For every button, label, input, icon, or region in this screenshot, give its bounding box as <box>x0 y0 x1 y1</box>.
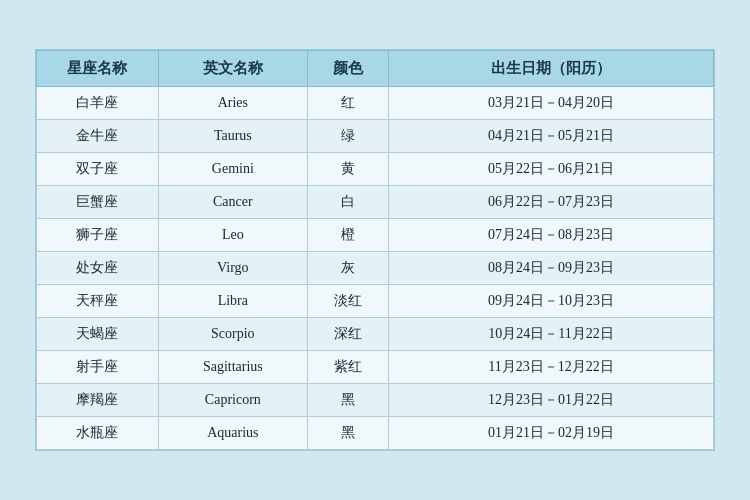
cell-color: 黑 <box>307 384 388 417</box>
cell-chinese: 狮子座 <box>37 219 159 252</box>
cell-date: 03月21日－04月20日 <box>389 87 714 120</box>
table-row: 水瓶座Aquarius黑01月21日－02月19日 <box>37 417 714 450</box>
cell-english: Virgo <box>158 252 307 285</box>
cell-date: 01月21日－02月19日 <box>389 417 714 450</box>
cell-chinese: 水瓶座 <box>37 417 159 450</box>
cell-english: Scorpio <box>158 318 307 351</box>
cell-color: 黄 <box>307 153 388 186</box>
table-row: 巨蟹座Cancer白06月22日－07月23日 <box>37 186 714 219</box>
cell-chinese: 天秤座 <box>37 285 159 318</box>
cell-english: Aries <box>158 87 307 120</box>
header-chinese: 星座名称 <box>37 51 159 87</box>
table-row: 天秤座Libra淡红09月24日－10月23日 <box>37 285 714 318</box>
cell-english: Cancer <box>158 186 307 219</box>
cell-date: 06月22日－07月23日 <box>389 186 714 219</box>
cell-english: Aquarius <box>158 417 307 450</box>
cell-color: 黑 <box>307 417 388 450</box>
cell-color: 橙 <box>307 219 388 252</box>
cell-color: 白 <box>307 186 388 219</box>
table-row: 处女座Virgo灰08月24日－09月23日 <box>37 252 714 285</box>
cell-date: 09月24日－10月23日 <box>389 285 714 318</box>
cell-date: 07月24日－08月23日 <box>389 219 714 252</box>
table-row: 金牛座Taurus绿04月21日－05月21日 <box>37 120 714 153</box>
cell-chinese: 白羊座 <box>37 87 159 120</box>
cell-date: 11月23日－12月22日 <box>389 351 714 384</box>
table-row: 狮子座Leo橙07月24日－08月23日 <box>37 219 714 252</box>
cell-chinese: 巨蟹座 <box>37 186 159 219</box>
table-row: 白羊座Aries红03月21日－04月20日 <box>37 87 714 120</box>
cell-english: Libra <box>158 285 307 318</box>
cell-chinese: 摩羯座 <box>37 384 159 417</box>
zodiac-table-container: 星座名称 英文名称 颜色 出生日期（阳历） 白羊座Aries红03月21日－04… <box>35 49 715 451</box>
cell-english: Sagittarius <box>158 351 307 384</box>
cell-english: Capricorn <box>158 384 307 417</box>
cell-color: 绿 <box>307 120 388 153</box>
header-date: 出生日期（阳历） <box>389 51 714 87</box>
cell-date: 04月21日－05月21日 <box>389 120 714 153</box>
cell-color: 红 <box>307 87 388 120</box>
cell-chinese: 金牛座 <box>37 120 159 153</box>
header-english: 英文名称 <box>158 51 307 87</box>
zodiac-table: 星座名称 英文名称 颜色 出生日期（阳历） 白羊座Aries红03月21日－04… <box>36 50 714 450</box>
cell-chinese: 处女座 <box>37 252 159 285</box>
table-row: 天蝎座Scorpio深红10月24日－11月22日 <box>37 318 714 351</box>
cell-color: 淡红 <box>307 285 388 318</box>
cell-chinese: 双子座 <box>37 153 159 186</box>
cell-chinese: 射手座 <box>37 351 159 384</box>
table-row: 射手座Sagittarius紫红11月23日－12月22日 <box>37 351 714 384</box>
cell-chinese: 天蝎座 <box>37 318 159 351</box>
cell-date: 12月23日－01月22日 <box>389 384 714 417</box>
cell-date: 08月24日－09月23日 <box>389 252 714 285</box>
table-body: 白羊座Aries红03月21日－04月20日金牛座Taurus绿04月21日－0… <box>37 87 714 450</box>
header-color: 颜色 <box>307 51 388 87</box>
cell-english: Leo <box>158 219 307 252</box>
cell-color: 深红 <box>307 318 388 351</box>
table-row: 双子座Gemini黄05月22日－06月21日 <box>37 153 714 186</box>
cell-date: 05月22日－06月21日 <box>389 153 714 186</box>
table-header-row: 星座名称 英文名称 颜色 出生日期（阳历） <box>37 51 714 87</box>
table-row: 摩羯座Capricorn黑12月23日－01月22日 <box>37 384 714 417</box>
cell-color: 紫红 <box>307 351 388 384</box>
cell-color: 灰 <box>307 252 388 285</box>
cell-date: 10月24日－11月22日 <box>389 318 714 351</box>
cell-english: Taurus <box>158 120 307 153</box>
cell-english: Gemini <box>158 153 307 186</box>
